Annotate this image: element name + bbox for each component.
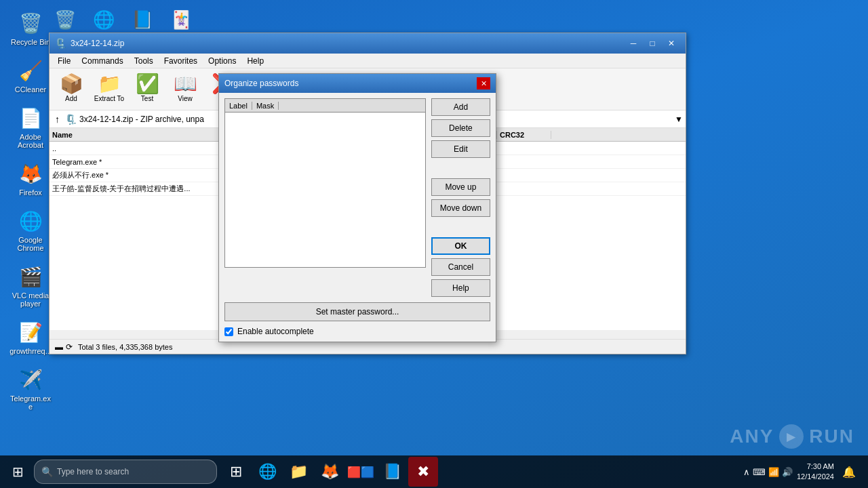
dialog-title-text: Organize passwords — [224, 79, 477, 88]
dialog-content: Label Mask Add Delete Edit Move up Move … — [219, 93, 496, 342]
system-tray-icons: ∧ ⌨ 📶 🔊 — [743, 467, 793, 477]
taskbar-app-colorful[interactable]: 🟥🟦 — [346, 457, 376, 487]
password-list-header: Label Mask — [224, 98, 426, 112]
tray-icon-keyboard: ⌨ — [753, 467, 766, 477]
address-up-button[interactable]: ↑ — [52, 114, 62, 125]
dialog-buttons: Add Delete Edit Move up Move down OK Can… — [431, 98, 490, 297]
desktop-icon-list: 🗑️ Recycle Bin 🧹 CCleaner 📄 Adobe Acroba… — [7, 7, 54, 413]
close-button[interactable]: ✕ — [663, 37, 680, 50]
desktop-icon-recycle-bin[interactable]: 🗑️ Recycle Bin — [7, 7, 54, 49]
tray-icon-volume: 🔊 — [782, 467, 793, 477]
menu-commands[interactable]: Commands — [76, 55, 128, 67]
system-clock[interactable]: 7:30 AM 12/14/2024 — [797, 462, 834, 483]
start-button[interactable]: ⊞ — [3, 457, 33, 487]
add-password-button[interactable]: Add — [431, 98, 490, 116]
toolbar-view[interactable]: 📖 View — [167, 71, 203, 108]
desktop-icon-vlc[interactable]: 🎬 VLC media player — [7, 260, 54, 310]
taskbar-right: ∧ ⌨ 📶 🔊 7:30 AM 12/14/2024 🔔 — [743, 457, 865, 487]
notification-button[interactable]: 🔔 — [838, 457, 860, 487]
desktop-icon-growthrq[interactable]: 📝 growthrreq... — [7, 316, 54, 358]
taskbar-app-edge[interactable]: 🌐 — [252, 457, 282, 487]
desktop: 🗑️ 🌐 📘 🃏 🗑️ Recycle Bin 🧹 CCleaner 📄 Ado… — [0, 0, 868, 488]
cancel-button[interactable]: Cancel — [431, 258, 490, 276]
col-header-mask: Mask — [252, 102, 279, 110]
menu-options[interactable]: Options — [203, 55, 241, 67]
statusbar-icon-1: ▬ — [55, 342, 63, 352]
winrar-title-icon: 🗜️ — [55, 38, 66, 49]
clock-date: 12/14/2024 — [797, 472, 834, 482]
autocomplete-row: Enable autocomplete — [224, 327, 490, 336]
edit-password-button[interactable]: Edit — [431, 140, 490, 158]
ok-button[interactable]: OK — [431, 237, 490, 255]
menu-favorites[interactable]: Favorites — [159, 55, 203, 67]
tray-icon-up[interactable]: ∧ — [743, 467, 750, 477]
recycle-bin-top[interactable]: 🗑️ — [51, 5, 79, 34]
enable-autocomplete-label: Enable autocomplete — [237, 327, 314, 336]
taskbar-apps: ⊞ 🌐 📁 🦊 🟥🟦 📘 ✖ — [221, 457, 438, 487]
edge-top[interactable]: 🌐 — [90, 5, 118, 34]
toolbar-test[interactable]: ✅ Test — [130, 71, 165, 108]
clock-time: 7:30 AM — [797, 462, 834, 472]
taskbar-app-word[interactable]: 📘 — [377, 457, 407, 487]
word-top[interactable]: 📘 — [128, 5, 157, 34]
desktop-icon-ccleaner[interactable]: 🧹 CCleaner — [7, 54, 54, 96]
top-pinned-icons: 🗑️ 🌐 📘 🃏 — [51, 5, 195, 34]
toolbar-add[interactable]: 📦 Add — [54, 71, 89, 108]
move-down-button[interactable]: Move down — [431, 199, 490, 217]
winrar-menubar: File Commands Tools Favorites Options He… — [50, 54, 686, 68]
menu-help[interactable]: Help — [241, 55, 269, 67]
statusbar-icon-2: ⟳ — [66, 342, 73, 352]
anyrun-watermark: ANY ▶ RUN — [730, 424, 854, 449]
minimize-button[interactable]: ─ — [625, 37, 642, 50]
address-zip-icon: 🗜️ — [65, 114, 77, 125]
anyrun-text: ANY — [730, 426, 774, 447]
tray-icon-network: 📶 — [768, 467, 779, 477]
desktop-icon-chrome[interactable]: 🌐 Google Chrome — [7, 205, 54, 255]
password-list-area: Label Mask — [224, 98, 426, 297]
col-header-label: Label — [225, 102, 252, 110]
search-icon: 🔍 — [41, 466, 53, 477]
address-dropdown[interactable]: ▼ — [675, 115, 683, 124]
dialog-titlebar: Organize passwords ✕ — [219, 74, 496, 93]
organize-passwords-dialog: Organize passwords ✕ Label Mask Add Dele… — [218, 73, 496, 342]
toolbar-extract-to[interactable]: 📁 Extract To — [92, 71, 127, 108]
desktop-icon-firefox[interactable]: 🦊 Firefox — [7, 157, 54, 199]
maximize-button[interactable]: □ — [644, 37, 661, 50]
help-button[interactable]: Help — [431, 279, 490, 297]
enable-autocomplete-checkbox[interactable] — [224, 327, 233, 336]
taskbar: ⊞ 🔍 Type here to search ⊞ 🌐 📁 🦊 🟥🟦 📘 ✖ ∧… — [0, 455, 868, 488]
col-header-crc[interactable]: CRC32 — [497, 131, 551, 139]
move-up-button[interactable]: Move up — [431, 178, 490, 196]
password-list-box[interactable] — [224, 112, 426, 268]
taskbar-app-explorer[interactable]: 📁 — [283, 457, 313, 487]
anyrun-text2: RUN — [809, 426, 854, 447]
delete-password-button[interactable]: Delete — [431, 119, 490, 137]
taskbar-search[interactable]: 🔍 Type here to search — [34, 460, 217, 484]
menu-tools[interactable]: Tools — [129, 55, 159, 67]
statusbar-text: Total 3 files, 4,335,368 bytes — [78, 343, 172, 351]
winrar-titlebar: 🗜️ 3x24-12-14.zip ─ □ ✕ — [50, 33, 686, 54]
balatro-top[interactable]: 🃏 — [167, 5, 195, 34]
search-placeholder-text: Type here to search — [57, 467, 129, 476]
desktop-icon-adobe-acrobat[interactable]: 📄 Adobe Acrobat — [7, 102, 54, 152]
set-master-password-button[interactable]: Set master password... — [224, 302, 490, 321]
desktop-icon-telegram[interactable]: ✈️ Telegram.exe — [7, 363, 54, 413]
dialog-main: Label Mask Add Delete Edit Move up Move … — [224, 98, 490, 297]
anyrun-play-icon: ▶ — [779, 424, 804, 449]
menu-file[interactable]: File — [52, 55, 76, 67]
dialog-close-button[interactable]: ✕ — [477, 77, 490, 89]
winrar-title-text: 3x24-12-14.zip — [71, 39, 623, 48]
taskbar-app-close[interactable]: ✖ — [408, 457, 438, 487]
task-view-button[interactable]: ⊞ — [221, 457, 251, 487]
taskbar-app-firefox[interactable]: 🦊 — [315, 457, 344, 487]
